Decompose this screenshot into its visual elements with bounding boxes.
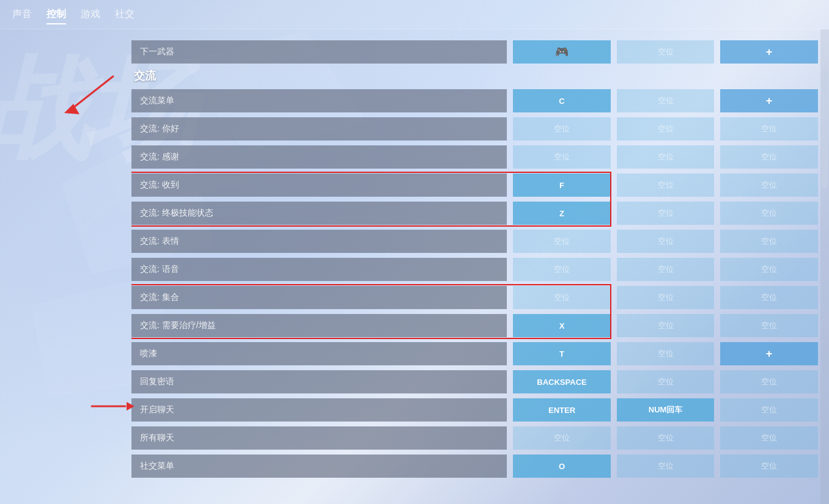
key-cell-primary[interactable]: T: [513, 342, 611, 365]
key-cell-secondary[interactable]: 空位: [617, 258, 715, 281]
svg-line-7: [70, 76, 113, 110]
key-cell-secondary[interactable]: 空位: [617, 202, 715, 225]
key-cell-tertiary[interactable]: 空位: [720, 117, 818, 141]
action-label: 喷漆: [131, 342, 507, 365]
action-label: 所有聊天: [131, 426, 507, 450]
key-cell-secondary[interactable]: 空位: [617, 117, 715, 141]
key-cell-tertiary[interactable]: 空位: [720, 202, 818, 225]
key-cell-secondary[interactable]: 空位: [617, 286, 715, 309]
key-cell-primary[interactable]: C: [513, 89, 611, 112]
action-label: 交流: 你好: [131, 117, 507, 141]
nav-item-control[interactable]: 控制: [46, 5, 66, 23]
action-label: 交流: 收到: [131, 173, 507, 197]
table-row: 交流: 你好 空位 空位 空位: [131, 117, 818, 141]
key-cell-primary[interactable]: 空位: [513, 117, 611, 141]
key-cell-tertiary[interactable]: 空位: [720, 173, 818, 197]
key-cell-secondary[interactable]: NUM回车: [617, 398, 715, 422]
action-label: 交流: 集合: [131, 286, 507, 309]
key-cell-tertiary[interactable]: 空位: [720, 314, 818, 337]
scrollbar-thumb[interactable]: [822, 66, 828, 188]
table-row: 交流: 需要治疗/增益 X 空位 空位: [131, 314, 818, 337]
scrollbar[interactable]: [820, 29, 829, 504]
nav-item-game[interactable]: 游戏: [81, 5, 100, 23]
key-cell-secondary[interactable]: 空位: [617, 89, 715, 112]
main-content: 下一武器 🎮 空位 + 交流 交流菜单 C 空位: [131, 29, 818, 504]
key-cell-tertiary[interactable]: 空位: [720, 286, 818, 309]
action-label: 交流: 需要治疗/增益: [131, 314, 507, 337]
key-cell-secondary[interactable]: 空位: [617, 230, 715, 253]
key-cell-plus[interactable]: +: [720, 342, 818, 365]
key-cell-primary[interactable]: 空位: [513, 258, 611, 281]
key-cell-plus[interactable]: +: [720, 40, 818, 64]
table-row: 交流菜单 C 空位 +: [131, 89, 818, 112]
nav-item-social[interactable]: 社交: [115, 5, 134, 23]
table-row: 交流: 表情 空位 空位 空位: [131, 230, 818, 253]
table-row: 喷漆 T 空位 +: [131, 342, 818, 365]
key-cell-tertiary[interactable]: 空位: [720, 398, 818, 422]
key-cell-tertiary[interactable]: 空位: [720, 455, 818, 478]
key-cell-secondary[interactable]: 空位: [617, 40, 715, 64]
key-cell-primary[interactable]: 空位: [513, 145, 611, 169]
table-row: 交流: 终极技能状态 Z 空位 空位: [131, 202, 818, 225]
key-cell-secondary[interactable]: 空位: [617, 426, 715, 450]
action-label: 回复密语: [131, 370, 507, 393]
arrow-mid: [89, 397, 138, 415]
key-cell-secondary[interactable]: 空位: [617, 145, 715, 169]
key-cell-tertiary[interactable]: 空位: [720, 230, 818, 253]
key-cell-secondary[interactable]: 空位: [617, 455, 715, 478]
key-cell-primary[interactable]: 空位: [513, 426, 611, 450]
action-label: 交流: 感谢: [131, 145, 507, 169]
key-cell-secondary[interactable]: 空位: [617, 370, 715, 393]
table-row: 交流: 感谢 空位 空位 空位: [131, 145, 818, 169]
key-cell-primary[interactable]: 空位: [513, 230, 611, 253]
key-cell-primary[interactable]: ENTER: [513, 398, 611, 422]
table-row: 下一武器 🎮 空位 +: [131, 40, 818, 64]
table-row: 交流: 收到 F 空位 空位: [131, 173, 818, 197]
action-label: 社交菜单: [131, 455, 507, 478]
weapon-icon: 🎮: [555, 46, 569, 58]
key-cell-secondary[interactable]: 空位: [617, 173, 715, 197]
action-label: 交流: 终极技能状态: [131, 202, 507, 225]
action-label: 交流菜单: [131, 89, 507, 112]
key-cell-plus[interactable]: +: [720, 89, 818, 112]
key-cell-primary[interactable]: O: [513, 455, 611, 478]
key-cell-secondary[interactable]: 空位: [617, 342, 715, 365]
key-cell-primary[interactable]: Z: [513, 202, 611, 225]
keybind-table: 交流菜单 C 空位 + 交流: 你好 空位 空位 空位: [131, 88, 818, 479]
action-label: 下一武器: [131, 40, 507, 64]
table-row: 交流: 集合 空位 空位 空位: [131, 286, 818, 309]
table-row: 回复密语 BACKSPACE 空位 空位: [131, 370, 818, 393]
nav-bar: 声音 控制 游戏 社交: [0, 0, 829, 29]
table-row: 交流: 语音 空位 空位 空位: [131, 258, 818, 281]
key-cell-primary[interactable]: F: [513, 173, 611, 197]
action-label: 开启聊天: [131, 398, 507, 422]
key-cell-tertiary[interactable]: 空位: [720, 258, 818, 281]
key-cell-primary[interactable]: 空位: [513, 286, 611, 309]
key-cell-primary[interactable]: BACKSPACE: [513, 370, 611, 393]
table-row: 开启聊天 ENTER NUM回车 空位: [131, 398, 818, 422]
key-cell-tertiary[interactable]: 空位: [720, 145, 818, 169]
table-row: 社交菜单 O 空位 空位: [131, 455, 818, 478]
section-heading: 交流: [134, 68, 818, 83]
key-cell-secondary[interactable]: 空位: [617, 314, 715, 337]
key-cell-tertiary[interactable]: 空位: [720, 426, 818, 450]
keybind-table-wrapper: 交流菜单 C 空位 + 交流: 你好 空位 空位 空位: [131, 88, 818, 479]
table-row: 所有聊天 空位 空位 空位: [131, 426, 818, 450]
svg-marker-8: [64, 104, 79, 114]
weapon-table: 下一武器 🎮 空位 +: [131, 39, 818, 65]
action-label: 交流: 表情: [131, 230, 507, 253]
nav-item-sound[interactable]: 声音: [12, 5, 32, 23]
key-cell-primary[interactable]: X: [513, 314, 611, 337]
arrow-top: [52, 70, 125, 119]
key-cell-primary[interactable]: 🎮: [513, 40, 611, 64]
key-cell-tertiary[interactable]: 空位: [720, 370, 818, 393]
action-label: 交流: 语音: [131, 258, 507, 281]
